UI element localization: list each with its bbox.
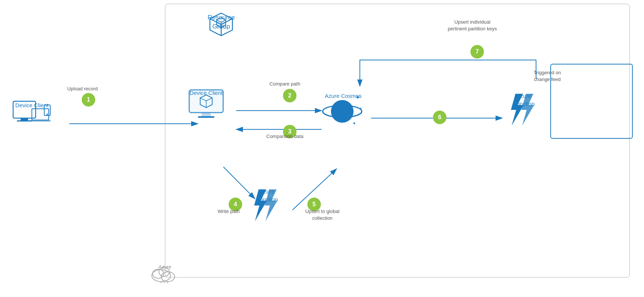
step-5-label: Upsert to globalcollection [298,208,347,222]
step-1-label: Upload record [60,86,105,92]
resource-group-box [165,4,630,278]
triggered-label: Triggered onchange feed [510,69,585,83]
azure-function-right-label: Azure Function [508,92,540,108]
svg-rect-12 [30,120,51,122]
game-server-icon-group: Device Client [187,88,225,120]
svg-rect-25 [198,116,214,118]
device-client-label: Device Client [15,101,48,109]
resource-group-icon-group: Resource Group [208,11,234,38]
step-7-circle: 7 [470,45,484,58]
game-server-label: Device Client [190,89,223,97]
azure-function-bottom-label: Azure Function [251,188,283,203]
step-6-circle: 6 [433,111,446,124]
diagram-container: Device Client Resource Group [0,0,644,297]
step-4-label: Write path [210,208,247,215]
azure-cloud-icon-group: Azure [150,262,180,283]
cosmos-db-label: Azure Cosmos DB [322,92,365,108]
svg-rect-9 [21,118,28,120]
step-1-circle: 1 [82,93,95,106]
svg-rect-10 [17,120,32,122]
step-2-circle: 2 [283,89,297,102]
step-7-label: Upsert individualpertinent partition key… [435,19,510,32]
azure-cloud-label: Azure [159,264,171,270]
svg-text:✦: ✦ [352,121,356,126]
step-2-label: Compare path [262,81,307,87]
azure-function-right-icon-group: Azure Function [508,92,540,128]
device-client-icon-group: Device Client [11,99,52,129]
resource-group-label: Resource Group [208,13,235,31]
svg-point-14 [46,114,48,115]
azure-function-bottom-icon-group: Azure Function [251,188,283,223]
step-3-label: Comparison data [261,133,309,140]
svg-rect-24 [202,112,211,116]
cosmos-db-icon-group: ✦ ✦ ✦ Azure Cosmos DB [322,92,365,131]
